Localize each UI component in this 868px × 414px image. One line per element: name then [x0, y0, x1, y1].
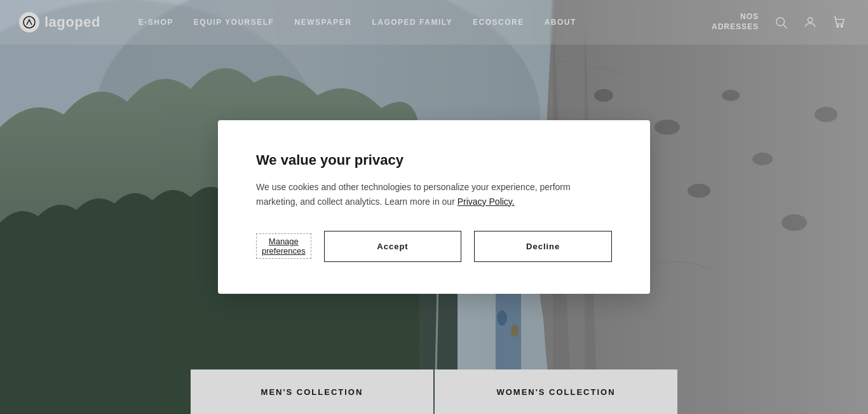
privacy-policy-link[interactable]: Privacy Policy.: [458, 197, 515, 207]
cookie-body: We use cookies and other technologies to…: [256, 180, 612, 209]
manage-preferences-button[interactable]: Managepreferences: [256, 233, 311, 259]
cookie-modal: We value your privacy We use cookies and…: [218, 120, 650, 294]
decline-button[interactable]: Decline: [474, 231, 612, 262]
accept-button[interactable]: Accept: [324, 231, 462, 262]
cookie-title: We value your privacy: [256, 152, 612, 169]
modal-actions: Managepreferences Accept Decline: [256, 231, 612, 262]
cookie-overlay: We value your privacy We use cookies and…: [0, 0, 868, 414]
